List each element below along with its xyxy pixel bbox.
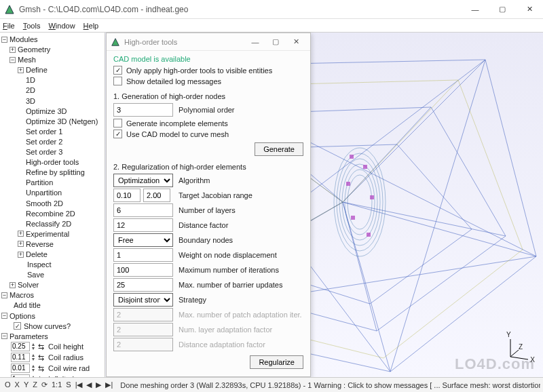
menu-window[interactable]: Window — [48, 22, 75, 30]
app-logo-icon — [4, 4, 15, 15]
module-tree: −Modules +Geometry −Mesh +Define 1D2D3DO… — [0, 33, 105, 377]
tree-expand-icon[interactable]: + — [10, 282, 16, 288]
log-messages-checkbox[interactable] — [113, 77, 122, 85]
menu-tools[interactable]: Tools — [23, 22, 41, 30]
boundary-nodes-select[interactable]: Free — [113, 233, 173, 247]
tree-mesh-item[interactable]: Set order 1 — [26, 128, 62, 136]
status-button[interactable]: ▶| — [103, 380, 115, 389]
spinner-icon[interactable]: ▴▾ — [30, 364, 37, 372]
status-button[interactable]: O — [3, 380, 13, 389]
spinner-icon[interactable]: ▴▾ — [30, 353, 37, 361]
tree-mesh-item[interactable]: 1D — [26, 76, 35, 84]
param-value-input[interactable] — [11, 353, 30, 362]
tree-expand-icon[interactable]: + — [10, 47, 16, 53]
jacobian-lo-input[interactable] — [113, 189, 141, 202]
status-button[interactable]: ◀ — [84, 380, 94, 389]
barrier-updates-input[interactable] — [113, 278, 173, 292]
tree-define[interactable]: Define — [26, 66, 48, 74]
param-slider-icon[interactable]: ⇆ — [38, 364, 44, 373]
show-curves-checkbox[interactable]: ✓ — [14, 322, 21, 330]
tree-expand-icon[interactable]: + — [18, 241, 24, 247]
tree-add-title[interactable]: Add title — [14, 302, 41, 310]
incomplete-elements-label: Generate incomplete elements — [126, 119, 228, 128]
tree-collapse-icon[interactable]: − — [1, 292, 7, 298]
tree-collapse-icon[interactable]: − — [10, 57, 16, 63]
algorithm-select[interactable]: Optimization — [113, 174, 173, 187]
tree-mesh-tail-item[interactable]: Experimental — [26, 230, 69, 238]
tree-mesh-item[interactable]: Optimize 3D — [26, 107, 67, 115]
tree-expand-icon[interactable]: + — [18, 231, 24, 237]
maximize-button[interactable]: ▢ — [489, 0, 516, 19]
regularize-button[interactable]: Regularize — [250, 355, 303, 369]
tree-collapse-icon[interactable]: − — [1, 313, 7, 319]
minimize-button[interactable]: — — [462, 0, 489, 19]
max-iterations-label: Maximum number of iterations — [179, 266, 303, 274]
polynomial-order-input[interactable] — [113, 103, 173, 117]
tree-parameters[interactable]: Parameters — [10, 332, 48, 340]
status-button[interactable]: 1:1 — [50, 380, 64, 389]
tree-mesh-item[interactable]: Set order 3 — [26, 148, 62, 156]
tree-mesh-item[interactable]: 2D — [26, 87, 35, 95]
tree-macros[interactable]: Macros — [10, 291, 34, 299]
visible-entities-checkbox[interactable]: ✓ — [113, 66, 122, 75]
tree-mesh-tail-item[interactable]: Save — [27, 271, 44, 279]
tree-mesh-item[interactable]: Partition — [26, 178, 53, 187]
dialog-close-button[interactable]: ✕ — [286, 37, 306, 46]
use-cad-label: Use CAD model to curve mesh — [126, 130, 229, 138]
tree-options[interactable]: Options — [10, 312, 35, 320]
param-slider-icon[interactable]: ⇆ — [38, 342, 44, 351]
distance-factor-input[interactable] — [113, 218, 173, 232]
dialog-logo-icon — [111, 37, 120, 47]
status-button[interactable]: Z — [31, 380, 39, 389]
tree-mesh[interactable]: Mesh — [18, 56, 36, 64]
tree-mesh-item[interactable]: Reclassify 2D — [26, 220, 71, 228]
tree-mesh-item[interactable]: Recombine 2D — [26, 210, 75, 218]
tree-collapse-icon[interactable]: − — [1, 333, 7, 339]
status-button[interactable]: S — [64, 380, 73, 389]
tree-collapse-icon[interactable]: − — [1, 37, 7, 43]
tree-mesh-tail-item[interactable]: Delete — [26, 250, 48, 258]
dialog-minimize-button[interactable]: — — [245, 38, 265, 46]
tree-mesh-tail-item[interactable]: Inspect — [27, 260, 51, 269]
tree-mesh-item[interactable]: Set order 2 — [26, 138, 62, 146]
high-order-tools-dialog: High-order tools — ▢ ✕ CAD model is avai… — [106, 33, 311, 377]
tree-mesh-item[interactable]: High-order tools — [26, 158, 79, 166]
param-slider-icon[interactable]: ⇆ — [38, 353, 44, 362]
status-button[interactable]: ▶ — [94, 380, 103, 389]
tree-mesh-tail-item[interactable]: Reverse — [26, 240, 54, 248]
status-button[interactable]: ⟳ — [39, 380, 50, 389]
tree-mesh-item[interactable]: Optimize 3D (Netgen) — [26, 117, 98, 125]
dist-adapt-input — [113, 338, 173, 351]
strategy-select[interactable]: Disjoint strong — [113, 293, 173, 307]
tree-modules[interactable]: Modules — [10, 35, 38, 43]
use-cad-checkbox[interactable]: ✓ — [113, 130, 122, 138]
menu-help[interactable]: Help — [83, 22, 99, 30]
dialog-maximize-button[interactable]: ▢ — [265, 37, 286, 46]
status-button[interactable]: Y — [22, 380, 31, 389]
status-button[interactable]: X — [13, 380, 22, 389]
polynomial-order-label: Polynomial order — [179, 106, 303, 114]
max-iterations-input[interactable] — [113, 263, 173, 277]
spinner-icon[interactable]: ▴▾ — [30, 342, 37, 351]
tree-expand-icon[interactable]: + — [18, 252, 24, 258]
layers-input[interactable] — [113, 203, 173, 217]
tree-mesh-item[interactable]: 3D — [26, 97, 35, 105]
status-message[interactable]: Done meshing order 3 (Wall 2.32893s, CPU… — [120, 381, 540, 389]
svg-rect-11 — [367, 233, 371, 237]
jacobian-hi-input[interactable] — [143, 189, 170, 202]
tree-mesh-item[interactable]: Unpartition — [26, 189, 62, 197]
incomplete-elements-checkbox[interactable] — [113, 119, 122, 128]
tree-geometry[interactable]: Geometry — [18, 45, 50, 54]
param-value-input[interactable] — [11, 364, 30, 373]
tree-mesh-item[interactable]: Refine by splitting — [26, 168, 85, 176]
weight-input[interactable] — [113, 248, 173, 262]
close-button[interactable]: ✕ — [516, 0, 543, 19]
status-button[interactable]: |◀ — [73, 380, 85, 389]
tree-expand-icon[interactable]: + — [18, 67, 24, 73]
param-value-input[interactable] — [11, 342, 30, 351]
menu-file[interactable]: File — [3, 22, 15, 30]
generate-button[interactable]: Generate — [255, 142, 303, 156]
tree-show-curves[interactable]: Show curves? — [24, 322, 71, 330]
tree-mesh-item[interactable]: Smooth 2D — [26, 199, 63, 208]
tree-solver[interactable]: Solver — [18, 281, 39, 289]
